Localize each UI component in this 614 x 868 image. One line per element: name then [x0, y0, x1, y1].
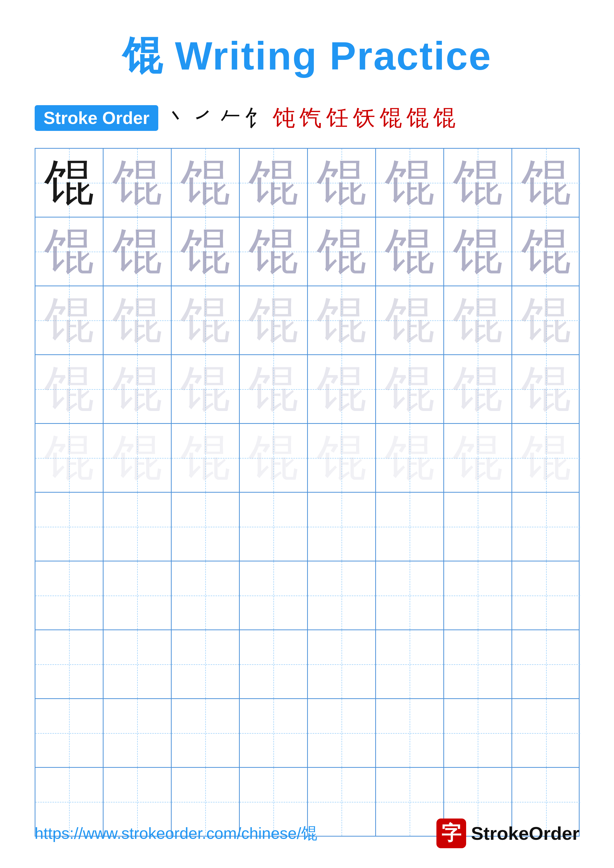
practice-grid: 馄 馄 馄 馄 馄 馄 馄 馄 馄 馄 馄 馄 馄 馄 馄 馄 馄 馄 馄 馄 … — [35, 148, 580, 837]
grid-cell: 馄 — [240, 424, 308, 492]
grid-cell[interactable] — [36, 493, 104, 561]
grid-cell: 馄 — [376, 424, 444, 492]
char-lightest: 馄 — [453, 433, 502, 483]
grid-cell: 馄 — [512, 286, 580, 354]
grid-cell[interactable] — [172, 630, 240, 698]
grid-cell[interactable] — [444, 699, 512, 767]
grid-cell: 馄 — [240, 286, 308, 354]
grid-cell[interactable] — [104, 699, 172, 767]
char-lighter: 馄 — [453, 364, 502, 414]
grid-cell: 馄 — [376, 286, 444, 354]
char-lighter: 馄 — [521, 364, 571, 414]
stroke-6: 饩 — [300, 103, 322, 133]
logo-icon: 字 — [437, 818, 466, 848]
char-lightest: 馄 — [317, 433, 366, 483]
grid-cell: 馄 — [36, 286, 104, 354]
char-medium: 馄 — [317, 227, 366, 276]
grid-cell: 馄 — [240, 149, 308, 217]
char-medium: 馄 — [180, 158, 230, 208]
grid-cell[interactable] — [308, 561, 376, 629]
grid-row-9 — [36, 699, 579, 768]
grid-cell[interactable] — [376, 630, 444, 698]
grid-cell: 馄 — [308, 424, 376, 492]
grid-cell[interactable] — [240, 699, 308, 767]
grid-cell[interactable] — [172, 493, 240, 561]
grid-cell[interactable] — [376, 561, 444, 629]
char-lighter: 馄 — [385, 364, 434, 414]
char-light: 馄 — [317, 296, 366, 345]
char-light: 馄 — [453, 296, 502, 345]
grid-cell[interactable] — [308, 493, 376, 561]
grid-cell[interactable] — [36, 699, 104, 767]
grid-cell[interactable] — [512, 493, 580, 561]
grid-cell[interactable] — [444, 630, 512, 698]
grid-cell[interactable] — [376, 699, 444, 767]
grid-cell[interactable] — [104, 561, 172, 629]
char-lightest: 馄 — [385, 433, 434, 483]
grid-cell: 馄 — [512, 355, 580, 423]
char-medium: 馄 — [453, 227, 502, 276]
footer-url[interactable]: https://www.strokeorder.com/chinese/馄 — [35, 823, 317, 844]
footer: https://www.strokeorder.com/chinese/馄 字 … — [35, 818, 580, 848]
char-lighter: 馄 — [44, 364, 94, 414]
grid-cell[interactable] — [308, 699, 376, 767]
grid-cell: 馄 — [104, 286, 172, 354]
grid-cell[interactable] — [240, 561, 308, 629]
grid-cell[interactable] — [172, 699, 240, 767]
grid-row-8 — [36, 630, 579, 699]
char-light: 馄 — [249, 296, 298, 345]
char-lighter: 馄 — [112, 364, 162, 414]
grid-cell: 馄 — [308, 286, 376, 354]
char-medium: 馄 — [112, 158, 162, 208]
grid-cell: 馄 — [444, 355, 512, 423]
grid-cell[interactable] — [172, 561, 240, 629]
char-lightest: 馄 — [521, 433, 571, 483]
char-medium: 馄 — [453, 158, 502, 208]
grid-cell: 馄 — [172, 217, 240, 285]
grid-row-2: 馄 馄 馄 馄 馄 馄 馄 馄 — [36, 217, 579, 286]
grid-cell: 馄 — [36, 217, 104, 285]
grid-cell: 馄 — [36, 355, 104, 423]
char-medium: 馄 — [44, 227, 94, 276]
char-medium: 馄 — [180, 227, 230, 276]
grid-cell: 馄 — [104, 355, 172, 423]
grid-cell: 馄 — [512, 149, 580, 217]
char-light: 馄 — [44, 296, 94, 345]
char-light: 馄 — [112, 296, 162, 345]
page: 馄 Writing Practice Stroke Order 丶 ㇒ 𠂉 饣 … — [0, 0, 614, 868]
footer-logo: 字 StrokeOrder — [437, 818, 580, 848]
char-lightest: 馄 — [180, 433, 230, 483]
grid-cell[interactable] — [240, 493, 308, 561]
grid-row-3: 馄 馄 馄 馄 馄 馄 馄 馄 — [36, 286, 579, 355]
grid-cell[interactable] — [512, 630, 580, 698]
char-light: 馄 — [180, 296, 230, 345]
grid-cell: 馄 — [104, 424, 172, 492]
grid-cell[interactable] — [104, 493, 172, 561]
char-lighter: 馄 — [180, 364, 230, 414]
grid-cell: 馄 — [172, 355, 240, 423]
grid-cell: 馄 — [308, 149, 376, 217]
grid-cell[interactable] — [444, 493, 512, 561]
grid-cell: 馄 — [240, 355, 308, 423]
stroke-sequence: 丶 ㇒ 𠂉 饣 饨 饩 饪 饫 馄 馄 馄 — [166, 103, 455, 133]
grid-cell[interactable] — [36, 630, 104, 698]
grid-cell[interactable] — [512, 699, 580, 767]
char-medium: 馄 — [521, 227, 571, 276]
char-lightest: 馄 — [44, 433, 94, 483]
grid-cell[interactable] — [512, 561, 580, 629]
grid-cell: 馄 — [104, 217, 172, 285]
page-title: 馄 Writing Practice — [122, 30, 492, 83]
stroke-order-row: Stroke Order 丶 ㇒ 𠂉 饣 饨 饩 饪 饫 馄 馄 馄 — [35, 103, 580, 133]
grid-cell[interactable] — [36, 561, 104, 629]
grid-cell[interactable] — [240, 630, 308, 698]
stroke-4: 饣 — [246, 103, 268, 133]
grid-cell[interactable] — [376, 493, 444, 561]
grid-cell: 馄 — [376, 149, 444, 217]
grid-row-6 — [36, 493, 579, 561]
grid-cell[interactable] — [444, 561, 512, 629]
grid-cell[interactable] — [308, 630, 376, 698]
grid-cell: 馄 — [172, 424, 240, 492]
char-lightest: 馄 — [112, 433, 162, 483]
char-medium: 馄 — [317, 158, 366, 208]
grid-cell[interactable] — [104, 630, 172, 698]
